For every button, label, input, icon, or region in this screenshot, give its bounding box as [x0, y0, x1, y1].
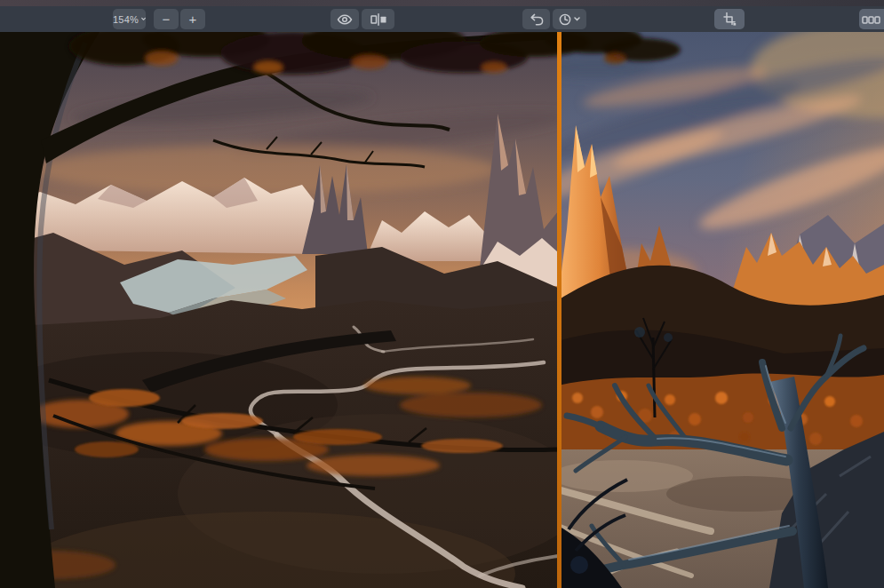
- clock-icon: [559, 13, 571, 26]
- history-button[interactable]: [553, 9, 586, 29]
- zoom-out-button[interactable]: −: [154, 9, 179, 29]
- chevron-down-icon: [574, 17, 580, 21]
- split-compare-icon: [370, 13, 386, 26]
- adjust-button[interactable]: [859, 9, 884, 29]
- chevron-down-icon: [141, 17, 146, 21]
- window-top-strip: [0, 0, 884, 6]
- plus-icon: +: [189, 12, 197, 26]
- undo-arrow-icon: [530, 13, 544, 26]
- minus-icon: −: [163, 12, 171, 26]
- photo-editor-window: 154% − +: [0, 0, 884, 588]
- compare-divider-handle[interactable]: [557, 32, 561, 588]
- zoom-level-dropdown[interactable]: 154%: [113, 9, 146, 29]
- eye-icon: [337, 14, 353, 25]
- photo-before-half: [0, 32, 586, 588]
- show-original-button[interactable]: [331, 9, 359, 29]
- crop-icon: [722, 12, 737, 26]
- sliders-icon: [862, 15, 881, 24]
- zoom-in-button[interactable]: +: [180, 9, 205, 29]
- zoom-level-value: 154%: [113, 14, 139, 25]
- edit-toolbar: 154% − +: [0, 6, 884, 32]
- compare-split-button[interactable]: [362, 9, 394, 29]
- photo-canvas[interactable]: [0, 32, 884, 588]
- undo-button[interactable]: [522, 9, 550, 29]
- photo-after-half: [516, 32, 884, 588]
- crop-button[interactable]: [714, 9, 745, 29]
